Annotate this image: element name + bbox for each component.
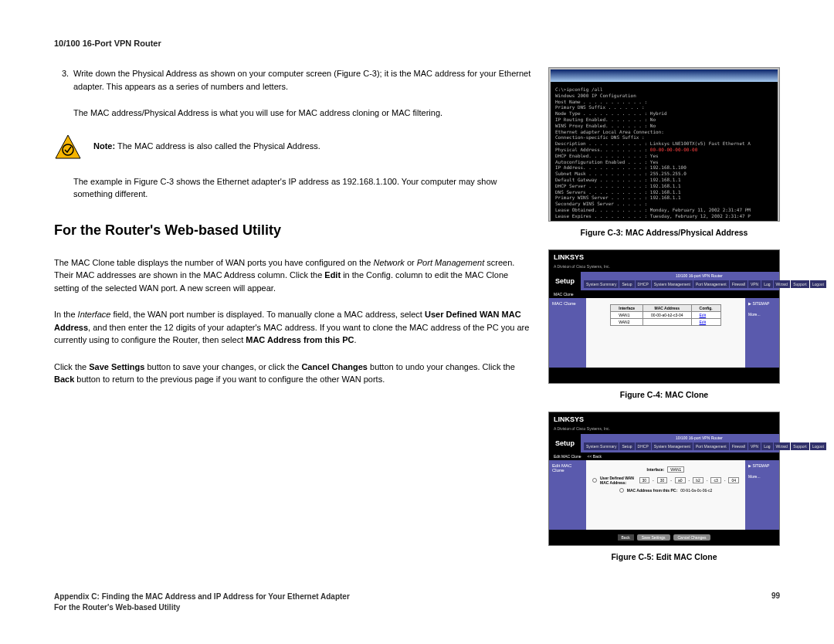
figure-c3: C:\>ipconfig /allWindows 2000 IP Configu… — [548, 67, 780, 222]
doc-header: 10/100 16-Port VPN Router — [54, 39, 780, 48]
figure-c3-caption: Figure C-3: MAC Address/Physical Address — [548, 228, 780, 237]
page-footer: Appendix C: Finding the MAC Address and … — [54, 591, 780, 613]
figure-c4: LINKSYS A Division of Cisco Systems, Inc… — [548, 249, 780, 384]
note-icon — [54, 134, 82, 161]
example-text: The example in Figure C-3 shows the Ethe… — [73, 175, 533, 201]
note-text: The MAC address is also called the Physi… — [115, 141, 320, 151]
main-text-column: 3. Write down the Physical Address as sh… — [54, 67, 533, 574]
step3-text1: Write down the Physical Address as shown… — [73, 69, 531, 91]
footer-line2: For the Router's Web-based Utility — [54, 602, 350, 613]
figure-c5: LINKSYS A Division of Cisco Systems, Inc… — [548, 412, 780, 546]
step3-text2: The MAC address/Physical Address is what… — [73, 107, 533, 120]
section-heading: For the Router's Web-based Utility — [54, 220, 533, 241]
note-label: Note: — [93, 141, 115, 151]
page-number: 99 — [771, 591, 780, 613]
footer-line1: Appendix C: Finding the MAC Address and … — [54, 591, 350, 602]
mac-clone-table: InterfaceMAC AddressConfig. WAN100-00-a0… — [610, 304, 720, 326]
step-number: 3. — [62, 67, 69, 80]
figure-c5-caption: Figure C-5: Edit MAC Clone — [548, 552, 780, 561]
figure-c4-caption: Figure C-4: MAC Clone — [548, 390, 780, 399]
figures-column: C:\>ipconfig /allWindows 2000 IP Configu… — [548, 67, 780, 574]
